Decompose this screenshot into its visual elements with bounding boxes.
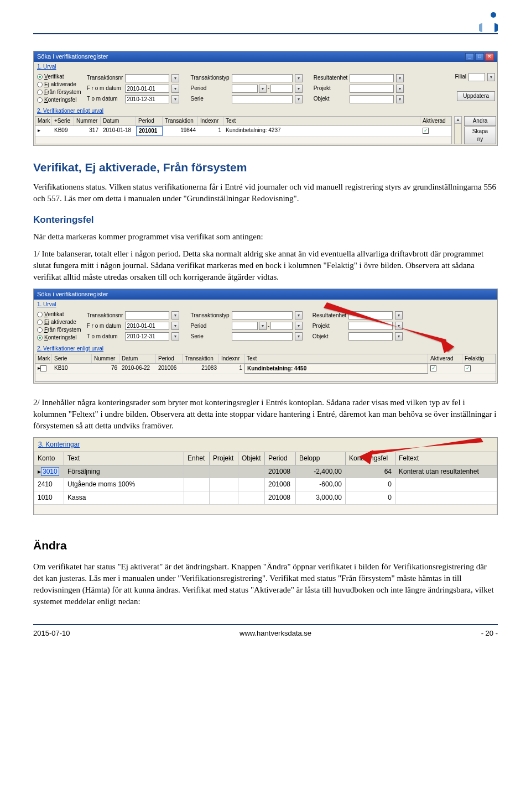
- col-text[interactable]: Text: [223, 117, 420, 125]
- window-title: Söka i verifikationsregister: [37, 290, 108, 298]
- checkbox-aktiverad[interactable]: ✓: [423, 128, 429, 134]
- lookup-icon[interactable]: ▾: [295, 95, 303, 103]
- col-serie[interactable]: Serie: [52, 354, 92, 363]
- radio-verifikat[interactable]: [37, 312, 43, 317]
- col-enhet[interactable]: Enhet: [184, 452, 210, 465]
- checkbox-mark[interactable]: [40, 365, 46, 371]
- radio-verifikat[interactable]: [37, 74, 43, 80]
- lookup-icon[interactable]: ▾: [396, 74, 404, 82]
- input-filial[interactable]: [468, 73, 485, 81]
- input-period-to[interactable]: [270, 85, 292, 93]
- col-konteringsfel[interactable]: Konteringsfel: [346, 452, 395, 465]
- skapa-ny-button[interactable]: Skapa ny: [464, 127, 496, 144]
- input-resultatenhet[interactable]: [348, 311, 393, 319]
- lookup-icon[interactable]: ▾: [395, 311, 403, 319]
- input-projekt[interactable]: [350, 85, 394, 93]
- input-serie[interactable]: [232, 332, 293, 340]
- input-serie[interactable]: [232, 95, 293, 103]
- uppdatera-button[interactable]: Uppdatera: [457, 91, 495, 101]
- input-objekt[interactable]: [348, 332, 393, 340]
- calendar-icon[interactable]: ▾: [171, 332, 179, 340]
- col-belopp[interactable]: Belopp: [296, 452, 346, 465]
- col-aktiverad[interactable]: Aktiverad: [420, 117, 451, 125]
- col-transaktion[interactable]: Transaktion: [183, 354, 219, 363]
- col-period[interactable]: Period: [156, 354, 183, 363]
- table-row[interactable]: ▸ KB09 317 2010-01-18 201001 19844 1 Kun…: [35, 126, 451, 137]
- col-datum[interactable]: Datum: [101, 117, 136, 125]
- col-konto[interactable]: Konto: [34, 452, 64, 465]
- col-projekt[interactable]: Projekt: [210, 452, 238, 465]
- input-period-from[interactable]: [232, 85, 258, 93]
- table-row[interactable]: ▸ KB10 76 2010-06-22 201006 21083 1 Kund…: [35, 364, 496, 374]
- input-from-datum[interactable]: 2010-01-01: [125, 85, 169, 93]
- col-datum[interactable]: Datum: [119, 354, 156, 363]
- lookup-icon[interactable]: ▾: [259, 85, 267, 93]
- col-indexnr[interactable]: Indexnr: [198, 117, 223, 125]
- lookup-icon[interactable]: ▾: [295, 322, 303, 330]
- col-objekt[interactable]: Objekt: [238, 452, 265, 465]
- table-row[interactable]: 1010 Kassa 201008 3,000,00 0: [34, 491, 497, 505]
- scrollbar[interactable]: ▲: [454, 116, 462, 144]
- input-transaktionsnr[interactable]: [125, 311, 169, 319]
- input-period-from[interactable]: [232, 322, 258, 330]
- input-tom-datum[interactable]: 2010-12-31: [125, 95, 169, 103]
- section-2-header: 2. Verifikationer enligt urval: [34, 106, 497, 116]
- page-footer: 2015-07-10 www.hantverksdata.se - 20 -: [33, 624, 498, 638]
- col-aktiverad[interactable]: Aktiverad: [428, 354, 462, 363]
- lookup-icon[interactable]: ▾: [396, 95, 404, 103]
- minimize-icon[interactable]: _: [465, 53, 474, 61]
- col-text[interactable]: Text: [244, 354, 428, 363]
- table-row[interactable]: [35, 374, 496, 381]
- radio-ej-aktiverade[interactable]: [37, 319, 43, 325]
- col-nummer[interactable]: Nummer: [74, 117, 101, 125]
- col-mark[interactable]: Mark: [35, 354, 52, 363]
- lookup-icon[interactable]: ▾: [396, 85, 404, 93]
- col-text[interactable]: Text: [64, 452, 184, 465]
- lookup-icon[interactable]: ▾: [487, 73, 495, 81]
- close-icon[interactable]: ✕: [485, 53, 494, 61]
- lookup-icon[interactable]: ▾: [171, 311, 179, 319]
- radio-konteringsfel[interactable]: [37, 97, 43, 103]
- lookup-icon[interactable]: ▾: [395, 332, 403, 340]
- radio-fran-forsystem[interactable]: [37, 327, 43, 333]
- calendar-icon[interactable]: ▾: [171, 85, 179, 93]
- col-period[interactable]: Period: [136, 117, 163, 125]
- checkbox-felaktig[interactable]: ✓: [465, 365, 471, 371]
- col-mark[interactable]: Mark: [35, 117, 52, 125]
- lookup-icon[interactable]: ▾: [295, 332, 303, 340]
- input-transaktionstyp[interactable]: [232, 74, 293, 82]
- lookup-icon[interactable]: ▾: [395, 322, 403, 330]
- col-felaktig[interactable]: Felaktig: [462, 354, 496, 363]
- col-period[interactable]: Period: [265, 452, 296, 465]
- andra-button[interactable]: Ändra: [464, 116, 496, 126]
- input-objekt[interactable]: [350, 95, 394, 103]
- radio-ej-aktiverade[interactable]: [37, 82, 43, 87]
- lookup-icon[interactable]: ▾: [259, 322, 267, 330]
- calendar-icon[interactable]: ▾: [171, 322, 179, 330]
- input-resultatenhet[interactable]: [350, 74, 394, 82]
- col-nummer[interactable]: Nummer: [92, 354, 119, 363]
- footer-url: www.hantverksdata.se: [240, 628, 311, 638]
- input-from-datum[interactable]: 2010-01-01: [125, 322, 169, 330]
- table-row[interactable]: ▸3010 Försäljning 201008 -2,400,00 64 Ko…: [34, 465, 497, 478]
- col-transaktion[interactable]: Transaktion: [163, 117, 198, 125]
- col-indexnr[interactable]: Indexnr: [219, 354, 244, 363]
- checkbox-aktiverad[interactable]: ✓: [430, 365, 436, 371]
- radio-fran-forsystem[interactable]: [37, 90, 43, 95]
- radio-label: Verifikat: [44, 73, 64, 81]
- dropdown-icon[interactable]: ▾: [295, 311, 303, 319]
- col-feltext[interactable]: Feltext: [395, 452, 497, 465]
- table-row[interactable]: 2410 Utgående moms 100% 201008 -600,00 0: [34, 478, 497, 491]
- col-serie[interactable]: +Serie: [52, 117, 74, 125]
- input-transaktionsnr[interactable]: [125, 74, 169, 82]
- lookup-icon[interactable]: ▾: [171, 74, 179, 82]
- input-tom-datum[interactable]: 2010-12-31: [125, 332, 169, 340]
- input-period-to[interactable]: [270, 322, 292, 330]
- input-projekt[interactable]: [348, 322, 393, 330]
- input-transaktionstyp[interactable]: [232, 311, 293, 319]
- lookup-icon[interactable]: ▾: [295, 85, 303, 93]
- maximize-icon[interactable]: □: [475, 53, 484, 61]
- dropdown-icon[interactable]: ▾: [295, 74, 303, 82]
- calendar-icon[interactable]: ▾: [171, 95, 179, 103]
- radio-konteringsfel[interactable]: [37, 335, 43, 340]
